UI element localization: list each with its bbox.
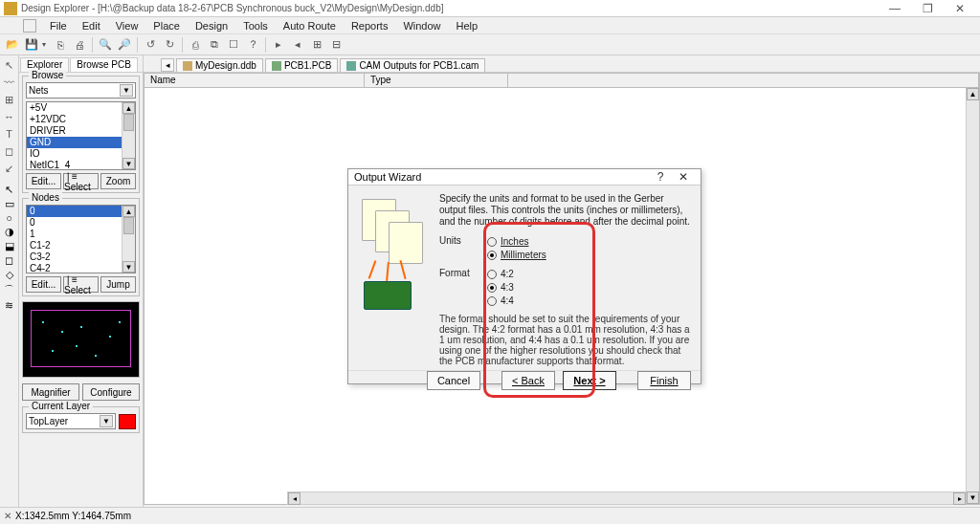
list-item[interactable]: 0	[27, 206, 135, 217]
nets-listbox[interactable]: +5V +12VDC DRIVER GND IO NetIC1_4 NetIC1…	[26, 101, 136, 170]
zoom-in-icon[interactable]: 🔍	[97, 36, 114, 54]
fill-tool-icon[interactable]: ⬓	[5, 240, 14, 252]
chevron-down-icon[interactable]: ▼	[100, 415, 113, 427]
column-name[interactable]: Name	[145, 74, 365, 87]
pad-tool-icon[interactable]: ⊞	[2, 92, 17, 107]
menu-help[interactable]: Help	[449, 20, 486, 32]
dialog-help-button[interactable]: ?	[649, 169, 672, 185]
list-item[interactable]: 0	[27, 217, 135, 229]
circle-tool-icon[interactable]: ○	[6, 212, 12, 224]
menu-file[interactable]: File	[42, 20, 75, 32]
help-icon[interactable]: ？	[244, 36, 261, 54]
scroll-up-icon[interactable]: ▲	[122, 102, 135, 114]
finish-button[interactable]: Finish	[637, 371, 691, 390]
text-tool-icon[interactable]: T	[2, 126, 17, 142]
radio-format-44[interactable]: 4:4	[487, 295, 691, 308]
layer-color-swatch[interactable]	[119, 414, 136, 429]
scrollbar[interactable]: ▲ ▼	[122, 206, 135, 273]
menu-autoroute[interactable]: Auto Route	[276, 20, 344, 32]
save-icon[interactable]: 💾	[23, 36, 40, 54]
print-icon[interactable]: 🖨	[71, 36, 88, 54]
collapse-icon[interactable]: ⊟	[327, 36, 345, 54]
layer-dropdown[interactable]: TopLayer ▼	[26, 413, 116, 429]
rect-tool-icon[interactable]: ▭	[5, 198, 14, 210]
menu-edit[interactable]: Edit	[75, 20, 108, 32]
cursor-tool-icon[interactable]: ↖	[5, 184, 13, 196]
browse-type-dropdown[interactable]: Nets ▼	[26, 82, 136, 98]
nav-icon[interactable]: ◂	[289, 36, 306, 54]
magnifier-button[interactable]: Magnifier	[22, 383, 79, 401]
curve-tool-icon[interactable]: ⌒	[4, 283, 14, 297]
cursor-tool-icon[interactable]: ↖	[2, 57, 17, 73]
tab-nav-left-icon[interactable]: ◂	[161, 58, 174, 72]
list-item[interactable]: C4-2	[27, 263, 135, 273]
tool-icon[interactable]: ☐	[225, 36, 242, 54]
origin-tool-icon[interactable]: ↙	[2, 161, 17, 176]
undo-icon[interactable]: ↺	[142, 36, 159, 54]
list-item[interactable]: C1-2	[27, 240, 135, 251]
scroll-left-icon[interactable]: ◂	[288, 492, 301, 505]
route-tool-icon[interactable]: 〰	[2, 75, 17, 90]
nodes-jump-button[interactable]: Jump	[100, 276, 136, 293]
menu-reports[interactable]: Reports	[344, 20, 396, 32]
radio-inches[interactable]: Inches	[487, 235, 691, 249]
scroll-thumb[interactable]	[123, 114, 134, 131]
nodes-listbox[interactable]: 0 0 1 C1-2 C3-2 C4-2 C5-2 C6-2 ▲ ▼	[26, 205, 136, 273]
copy-icon[interactable]: ⎘	[52, 36, 69, 54]
minimize-button[interactable]: —	[879, 1, 911, 16]
dimension-tool-icon[interactable]: ↔	[2, 109, 17, 124]
tab-pcb1[interactable]: PCB1.PCB	[265, 58, 338, 72]
open-icon[interactable]: 📂	[4, 36, 21, 54]
pcb-preview[interactable]	[22, 301, 140, 378]
column-type[interactable]: Type	[365, 74, 508, 87]
tool-icon[interactable]: ⧉	[206, 36, 223, 54]
outline-tool-icon[interactable]: ◻	[5, 254, 13, 267]
list-item[interactable]: NetIC1_4	[27, 160, 135, 170]
browse-zoom-button[interactable]: Zoom	[100, 173, 136, 189]
chevron-down-icon[interactable]: ▼	[120, 84, 133, 97]
scroll-up-icon[interactable]: ▲	[122, 206, 135, 217]
next-button[interactable]: Next >	[563, 371, 616, 390]
etch-tool-icon[interactable]: ≋	[5, 299, 13, 312]
scroll-down-icon[interactable]: ▼	[122, 261, 135, 273]
configure-button[interactable]: Configure	[82, 383, 140, 401]
tab-mydesign[interactable]: MyDesign.ddb	[176, 58, 263, 72]
nodes-edit-button[interactable]: Edit...	[26, 276, 61, 293]
redo-icon[interactable]: ↻	[161, 36, 178, 54]
zoom-out-icon[interactable]: 🔎	[116, 36, 133, 54]
menu-place[interactable]: Place	[145, 20, 188, 32]
list-item[interactable]: IO	[27, 148, 135, 160]
dialog-titlebar[interactable]: Output Wizard ? ✕	[348, 169, 701, 186]
scrollbar[interactable]: ▲ ▼	[966, 88, 979, 504]
list-item[interactable]: DRIVER	[27, 125, 135, 137]
menu-tools[interactable]: Tools	[235, 20, 276, 32]
browse-select-button[interactable]: ❘≡ Select	[63, 173, 99, 189]
back-button[interactable]: < Back	[501, 371, 555, 390]
scroll-right-icon[interactable]: ▸	[953, 492, 966, 505]
tool-icon[interactable]: ⎙	[187, 36, 204, 54]
close-button[interactable]: ✕	[944, 1, 976, 16]
cancel-button[interactable]: Cancel	[427, 371, 480, 390]
scroll-thumb[interactable]	[123, 217, 134, 234]
scrollbar[interactable]: ▲ ▼	[122, 102, 135, 169]
list-item[interactable]: GND	[27, 137, 135, 148]
dialog-close-button[interactable]: ✕	[672, 169, 695, 185]
list-item[interactable]: +12VDC	[27, 114, 135, 125]
horizontal-scrollbar[interactable]: ◂ ▸	[287, 491, 967, 505]
list-item[interactable]: 1	[27, 229, 135, 240]
rect-tool-icon[interactable]: ◻	[2, 143, 17, 159]
radio-format-42[interactable]: 4:2	[487, 268, 691, 281]
polygon-tool-icon[interactable]: ◇	[6, 269, 13, 281]
list-item[interactable]: +5V	[27, 102, 135, 114]
scroll-down-icon[interactable]: ▼	[967, 491, 979, 504]
scroll-up-icon[interactable]: ▲	[967, 88, 979, 100]
menu-window[interactable]: Window	[395, 20, 448, 32]
radio-format-43[interactable]: 4:3	[487, 281, 691, 295]
maximize-button[interactable]: ❐	[911, 1, 944, 16]
save-dropdown-icon[interactable]: ▾	[42, 40, 50, 49]
radio-millimeters[interactable]: Millimeters	[487, 249, 691, 262]
tab-cam-outputs[interactable]: CAM Outputs for PCB1.cam	[340, 58, 485, 72]
nav-icon[interactable]: ▸	[270, 36, 287, 54]
tab-browse-pcb[interactable]: Browse PCB	[70, 57, 138, 72]
list-item[interactable]: C3-2	[27, 251, 135, 263]
